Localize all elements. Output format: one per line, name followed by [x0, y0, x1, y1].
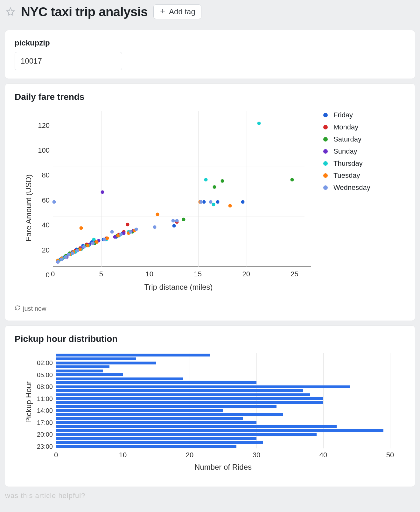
scatter-point	[129, 230, 132, 234]
scatter-point	[110, 230, 114, 234]
bar-y-tick: 05:00	[15, 371, 53, 378]
scatter-point	[91, 241, 94, 245]
refresh-icon	[15, 305, 20, 312]
scatter-chart-card: Daily fare trends Fare Amount (USD) 0204…	[5, 84, 415, 321]
legend-label: Wednesday	[333, 183, 370, 192]
pickupzip-input[interactable]	[15, 52, 122, 70]
scatter-title: Daily fare trends	[15, 92, 405, 102]
scatter-y-axis-label: Fare Amount (USD)	[24, 174, 33, 241]
scatter-y-tick: 20	[15, 246, 50, 254]
plus-icon	[159, 7, 166, 16]
refresh-status[interactable]: just now	[15, 305, 405, 312]
legend-label: Friday	[333, 111, 353, 119]
bar-y-tick: 23:00	[15, 443, 53, 450]
bar-row	[56, 405, 276, 408]
footer-ghost-text: was this article helpful?	[5, 492, 415, 500]
legend-swatch	[323, 173, 328, 178]
scatter-x-tick: 5	[99, 270, 103, 278]
scatter-y-tick: 100	[15, 146, 50, 155]
scatter-point	[52, 200, 56, 204]
legend-swatch	[323, 113, 328, 117]
scatter-point	[171, 219, 175, 222]
scatter-point	[220, 179, 224, 183]
legend-item[interactable]: Sunday	[323, 147, 370, 156]
legend-item[interactable]: Monday	[323, 123, 370, 131]
scatter-point	[67, 253, 70, 256]
bar-row	[56, 393, 310, 396]
legend-label: Tuesday	[333, 171, 360, 180]
add-tag-label: Add tag	[169, 7, 195, 16]
scatter-point	[290, 178, 294, 181]
scatter-point	[153, 225, 157, 229]
bar-row	[56, 425, 337, 428]
bar-y-tick: 11:00	[15, 395, 53, 402]
legend-item[interactable]: Friday	[323, 111, 370, 119]
legend-swatch	[323, 161, 328, 166]
bar-title: Pickup hour distribution	[15, 334, 405, 344]
scatter-point	[64, 255, 67, 259]
legend-item[interactable]: Tuesday	[323, 171, 370, 180]
bar-y-tick: 20:00	[15, 431, 53, 438]
favorite-star-icon[interactable]	[6, 7, 15, 17]
scatter-legend: FridayMondaySaturdaySundayThursdayTuesda…	[323, 108, 370, 192]
bar-row	[56, 385, 350, 388]
bar-row	[56, 370, 103, 372]
scatter-point	[182, 218, 186, 221]
legend-label: Thursday	[333, 159, 363, 168]
scatter-y-tick: 0	[15, 271, 50, 279]
bar-row	[56, 433, 317, 436]
scatter-x-tick: 10	[146, 270, 153, 278]
scatter-x-axis-label: Trip distance (miles)	[144, 283, 213, 292]
scatter-point	[209, 200, 213, 204]
bar-y-tick: 02:00	[15, 359, 53, 367]
bar-row	[56, 365, 109, 368]
scatter-point	[216, 200, 219, 204]
scatter-x-tick: 20	[242, 270, 250, 278]
legend-item[interactable]: Wednesday	[323, 183, 370, 192]
legend-label: Monday	[333, 123, 358, 131]
scatter-x-tick: 0	[51, 270, 55, 278]
bar-row	[56, 409, 223, 412]
scatter-point	[71, 251, 74, 255]
scatter-point	[60, 258, 64, 261]
dashboard-header: NYC taxi trip analysis Add tag	[0, 0, 420, 25]
parameter-card: pickupzip	[5, 30, 415, 79]
bar-row	[56, 401, 323, 404]
bar-row	[56, 373, 123, 376]
bar-x-tick: 10	[119, 451, 127, 459]
bar-row	[56, 413, 283, 416]
legend-swatch	[323, 125, 328, 129]
scatter-y-tick: 120	[15, 121, 50, 130]
legend-swatch	[323, 185, 328, 190]
scatter-y-tick: 60	[15, 196, 50, 204]
scatter-point	[103, 238, 106, 241]
bar-x-axis-label: Number of Rides	[194, 463, 252, 472]
legend-item[interactable]: Thursday	[323, 159, 370, 168]
bar-row	[56, 421, 256, 424]
bar-row	[56, 377, 183, 380]
scatter-point	[82, 245, 86, 249]
bar-x-tick: 30	[253, 451, 260, 459]
bar-x-tick: 40	[319, 451, 327, 459]
legend-item[interactable]: Saturday	[323, 135, 370, 143]
refresh-label: just now	[23, 305, 46, 312]
scatter-x-tick: 25	[290, 270, 298, 278]
bar-x-tick: 20	[186, 451, 193, 459]
bar-row	[56, 354, 210, 356]
add-tag-button[interactable]: Add tag	[153, 4, 201, 19]
scatter-y-tick: 80	[15, 171, 50, 179]
scatter-point	[135, 228, 138, 231]
bar-row	[56, 357, 136, 360]
bar-x-tick: 50	[386, 451, 394, 459]
legend-label: Sunday	[333, 147, 357, 156]
bar-y-tick: 08:00	[15, 383, 53, 391]
legend-swatch	[323, 137, 328, 142]
bar-row	[56, 441, 263, 444]
bar-chart: Pickup Hour 02:0005:0008:0011:0014:0017:…	[15, 350, 396, 474]
scatter-point	[156, 213, 159, 216]
scatter-point	[86, 244, 90, 247]
param-label-pickupzip: pickupzip	[15, 38, 405, 47]
page-title: NYC taxi trip analysis	[21, 5, 148, 19]
scatter-plot-area	[53, 111, 304, 267]
scatter-point	[80, 226, 83, 230]
